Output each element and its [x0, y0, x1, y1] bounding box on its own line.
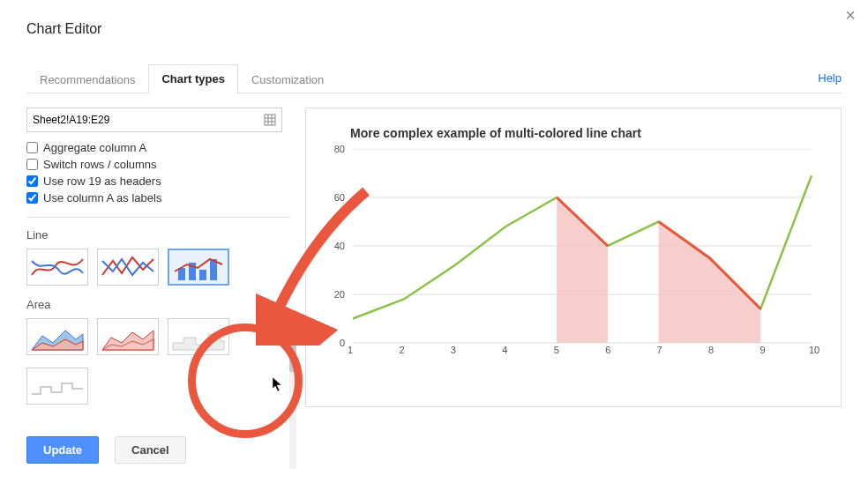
- x-tick: 7: [657, 345, 662, 355]
- option-aggregate[interactable]: Aggregate column A: [26, 141, 291, 154]
- tab-recommendations[interactable]: Recommendations: [26, 65, 148, 93]
- svg-rect-7: [199, 270, 206, 280]
- select-range-icon[interactable]: [264, 114, 276, 126]
- data-range-input[interactable]: [26, 108, 282, 132]
- x-tick: 3: [451, 345, 456, 355]
- chart-preview: More complex example of multi-colored li…: [305, 108, 842, 407]
- y-tick: 40: [334, 241, 345, 251]
- chart-title: More complex example of multi-colored li…: [350, 126, 823, 140]
- divider: [26, 217, 291, 218]
- svg-marker-13: [173, 334, 224, 350]
- x-tick: 2: [399, 345, 404, 355]
- aggregate-checkbox[interactable]: [26, 142, 38, 153]
- x-tick: 10: [809, 345, 819, 355]
- chart-type-line-straight[interactable]: [97, 249, 159, 286]
- close-icon[interactable]: ×: [845, 5, 856, 26]
- scrollbar-thumb[interactable]: [289, 328, 296, 372]
- svg-marker-20: [659, 222, 761, 344]
- chart-type-line-smooth[interactable]: [26, 249, 88, 286]
- cancel-button[interactable]: Cancel: [115, 436, 186, 464]
- y-tick: 0: [340, 338, 345, 348]
- option-labels[interactable]: Use column A as labels: [26, 191, 291, 204]
- tab-chart-types[interactable]: Chart types: [148, 64, 238, 93]
- headers-checkbox[interactable]: [26, 175, 38, 187]
- plot-svg: [350, 149, 814, 360]
- svg-marker-19: [557, 197, 608, 343]
- x-tick: 1: [348, 345, 353, 355]
- switch-label: Switch rows / columns: [43, 158, 157, 171]
- update-button[interactable]: Update: [26, 436, 99, 464]
- chart-type-area-2[interactable]: [97, 318, 159, 355]
- plot-area: 020406080 12345678910: [350, 149, 814, 378]
- y-tick: 20: [334, 289, 345, 300]
- chart-type-area-1[interactable]: [26, 318, 88, 355]
- x-tick: 8: [708, 345, 714, 355]
- y-tick: 80: [334, 144, 345, 154]
- switch-checkbox[interactable]: [26, 159, 38, 170]
- option-headers[interactable]: Use row 19 as headers: [26, 175, 291, 188]
- scrollbar[interactable]: [289, 328, 296, 469]
- x-tick: 9: [760, 345, 765, 355]
- tab-customization[interactable]: Customization: [238, 65, 337, 93]
- labels-label: Use column A as labels: [43, 191, 161, 204]
- section-area: Area: [26, 298, 291, 311]
- dialog-title: Chart Editor: [26, 21, 842, 37]
- x-tick: 5: [554, 345, 559, 355]
- range-field[interactable]: [33, 114, 264, 126]
- y-tick: 60: [334, 192, 345, 203]
- x-tick: 4: [502, 345, 507, 355]
- aggregate-label: Aggregate column A: [43, 141, 146, 154]
- chart-type-area-step-2[interactable]: [26, 368, 88, 405]
- chart-type-area-step[interactable]: [168, 318, 229, 355]
- chart-type-combo[interactable]: [168, 249, 229, 286]
- headers-label: Use row 19 as headers: [43, 175, 161, 188]
- left-panel: Aggregate column A Switch rows / columns…: [26, 108, 291, 417]
- help-link[interactable]: Help: [818, 64, 842, 92]
- labels-checkbox[interactable]: [26, 192, 38, 204]
- x-axis: 12345678910: [350, 343, 814, 359]
- x-tick: 6: [605, 345, 610, 355]
- tabs: Recommendations Chart types Customizatio…: [26, 63, 842, 93]
- y-axis: 020406080: [324, 149, 348, 360]
- option-switch[interactable]: Switch rows / columns: [26, 158, 291, 171]
- svg-rect-0: [265, 115, 275, 125]
- section-line: Line: [26, 228, 291, 242]
